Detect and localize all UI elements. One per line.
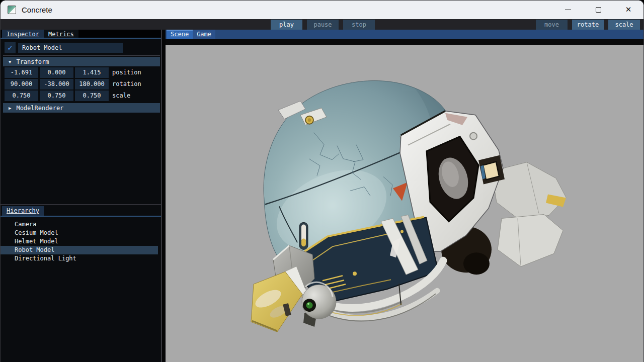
separator bbox=[3, 55, 160, 56]
app-window: Concrete ✕ play pause stop move rotate s… bbox=[0, 0, 644, 362]
sensor-lens-green bbox=[306, 302, 313, 309]
visor-dot-3 bbox=[400, 230, 404, 233]
transform-row-rotation: 90.000 -38.000 180.000 rotation bbox=[5, 79, 141, 89]
helmet-model[interactable] bbox=[251, 80, 566, 332]
chevron-right-icon: ▶ bbox=[9, 106, 11, 111]
hierarchy-item-robot-model[interactable]: Robot Model bbox=[1, 246, 158, 254]
hierarchy-item-camera[interactable]: Camera bbox=[1, 220, 161, 229]
transform-section-title: Transform bbox=[16, 58, 49, 65]
hierarchy-accent-line bbox=[1, 216, 161, 217]
scale-y-field[interactable]: 0.750 bbox=[40, 90, 73, 101]
helmet-side-module-lower bbox=[498, 214, 563, 266]
close-button[interactable]: ✕ bbox=[613, 1, 643, 19]
visor-dot-1 bbox=[353, 272, 357, 276]
hierarchy-item-helmet-model[interactable]: Helmet Model bbox=[1, 237, 161, 246]
clamp-bolt-center bbox=[308, 118, 311, 122]
hierarchy-list: Camera Cesium Model Helmet Model Robot M… bbox=[1, 220, 161, 263]
rotation-label: rotation bbox=[112, 79, 141, 89]
panel-divider[interactable] bbox=[162, 30, 166, 362]
modelrenderer-section-header[interactable]: ▶ ModelRenderer bbox=[3, 103, 160, 113]
sensor-lens-glint bbox=[307, 303, 309, 305]
move-button[interactable]: move bbox=[536, 20, 568, 30]
entity-name-field[interactable]: Robot Model bbox=[18, 43, 123, 53]
transform-row-scale: 0.750 0.750 0.750 scale bbox=[5, 90, 130, 101]
transform-section-header[interactable]: ▼ Transform bbox=[3, 57, 160, 66]
scene-render bbox=[166, 45, 643, 362]
stop-button[interactable]: stop bbox=[343, 20, 375, 30]
rotate-button[interactable]: rotate bbox=[572, 20, 604, 30]
close-icon: ✕ bbox=[625, 6, 632, 14]
viewport-top-strip bbox=[166, 39, 643, 45]
tab-hierarchy[interactable]: Hierarchy bbox=[2, 206, 44, 216]
dome-latch-yellow bbox=[301, 238, 306, 246]
scale-z-field[interactable]: 0.750 bbox=[75, 90, 109, 101]
scale-label: scale bbox=[112, 90, 130, 101]
rotation-x-field[interactable]: 90.000 bbox=[5, 79, 38, 89]
entity-enabled-checkbox[interactable]: ✓ bbox=[5, 42, 16, 53]
viewport-tabbar: Scene Game bbox=[166, 30, 643, 39]
play-button[interactable]: play bbox=[271, 20, 302, 30]
main-split: Inspector Metrics ✓ Robot Model ▼ Transf… bbox=[1, 30, 643, 362]
chevron-down-icon: ▼ bbox=[9, 59, 11, 64]
tab-inspector[interactable]: Inspector bbox=[2, 30, 44, 38]
hierarchy-item-cesium-model[interactable]: Cesium Model bbox=[1, 229, 161, 237]
modelrenderer-section-title: ModelRenderer bbox=[16, 105, 63, 112]
window-controls: ✕ bbox=[553, 1, 643, 19]
maximize-icon bbox=[596, 7, 601, 13]
hierarchy-item-directional-light[interactable]: Directional Light bbox=[1, 254, 161, 263]
tab-scene[interactable]: Scene bbox=[167, 30, 193, 39]
tab-game[interactable]: Game bbox=[193, 30, 215, 39]
scale-x-field[interactable]: 0.750 bbox=[5, 90, 38, 101]
transform-row-position: -1.691 0.000 1.415 position bbox=[5, 67, 141, 78]
toolbar: play pause stop move rotate scale bbox=[1, 19, 643, 30]
scale-button[interactable]: scale bbox=[608, 20, 640, 30]
rotation-z-field[interactable]: 180.000 bbox=[75, 79, 109, 89]
scene-canvas[interactable] bbox=[166, 45, 643, 362]
position-y-field[interactable]: 0.000 bbox=[40, 67, 73, 78]
position-z-field[interactable]: 1.415 bbox=[75, 67, 109, 78]
pause-button[interactable]: pause bbox=[307, 20, 339, 30]
maximize-button[interactable] bbox=[583, 1, 613, 19]
position-label: position bbox=[112, 67, 141, 78]
minimize-button[interactable] bbox=[553, 1, 583, 19]
window-title: Concrete bbox=[22, 6, 52, 14]
check-icon: ✓ bbox=[8, 43, 13, 52]
titlebar: Concrete ✕ bbox=[1, 1, 643, 19]
tan-lens bbox=[483, 162, 499, 180]
frame-bolt-hole bbox=[470, 133, 477, 140]
minimize-icon bbox=[565, 10, 571, 10]
tab-metrics[interactable]: Metrics bbox=[44, 30, 78, 38]
position-x-field[interactable]: -1.691 bbox=[5, 67, 38, 78]
inspector-tabbar: Inspector Metrics bbox=[1, 30, 161, 39]
helmet-shadow-dark bbox=[463, 252, 490, 275]
viewport-panel: Scene Game bbox=[166, 30, 643, 362]
app-icon bbox=[8, 6, 16, 14]
rotation-y-field[interactable]: -38.000 bbox=[40, 79, 73, 89]
left-panel: Inspector Metrics ✓ Robot Model ▼ Transf… bbox=[1, 30, 162, 362]
separator bbox=[1, 204, 161, 205]
